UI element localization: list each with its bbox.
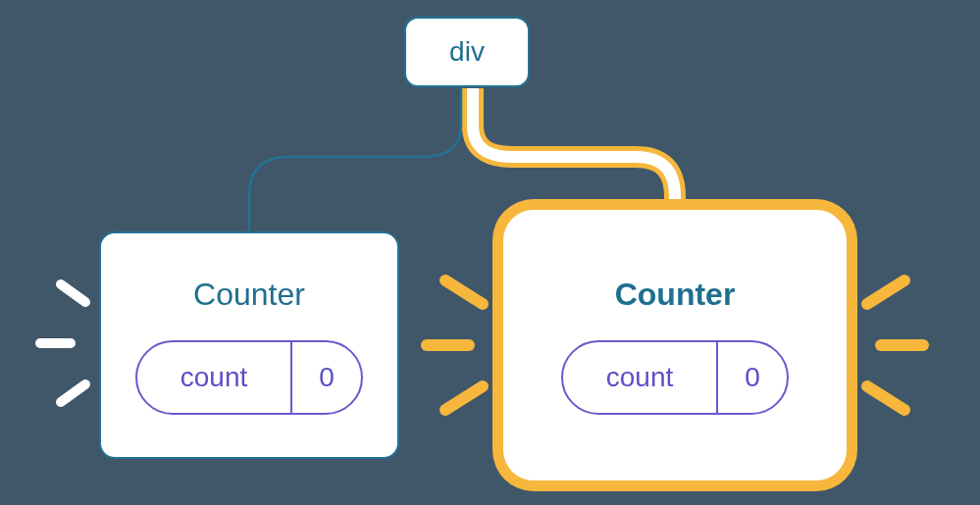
spark-line bbox=[445, 280, 483, 304]
state-value: 0 bbox=[290, 342, 361, 413]
spark-line bbox=[867, 386, 904, 410]
counter-title: Counter bbox=[615, 277, 736, 313]
connector-left bbox=[249, 88, 461, 231]
state-label: count bbox=[137, 362, 290, 393]
state-value: 0 bbox=[716, 342, 787, 413]
connector-right-inner bbox=[473, 88, 675, 221]
root-node-label: div bbox=[449, 36, 485, 68]
connector-right-outer bbox=[473, 88, 675, 221]
component-tree-diagram: div Counter count 0 Counter count 0 bbox=[0, 0, 980, 505]
counter-title: Counter bbox=[193, 277, 305, 313]
state-pill: count 0 bbox=[561, 340, 789, 415]
root-node-div: div bbox=[404, 17, 530, 87]
state-label: count bbox=[563, 362, 716, 393]
spark-line bbox=[867, 280, 904, 304]
spark-line bbox=[445, 386, 483, 410]
spark-line bbox=[61, 384, 85, 402]
counter-node-left: Counter count 0 bbox=[99, 231, 399, 459]
counter-node-right-highlighted: Counter count 0 bbox=[514, 221, 836, 470]
state-pill: count 0 bbox=[135, 340, 363, 415]
spark-line bbox=[61, 284, 85, 302]
